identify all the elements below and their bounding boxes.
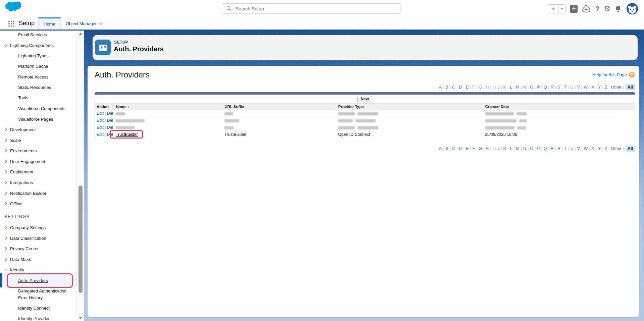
sidebar-item-integrations[interactable]: Integrations <box>0 177 76 188</box>
sidebar-item-privacy-center[interactable]: Privacy Center <box>0 243 76 254</box>
sidebar-item-company-settings[interactable]: Company Settings <box>0 222 76 233</box>
sidebar-item-environments[interactable]: Environments <box>0 145 76 156</box>
column-header-created-date[interactable]: Created Date <box>482 104 635 110</box>
sidebar-item-email-services[interactable]: Email Services <box>0 31 76 40</box>
alpha-filter-k[interactable]: K <box>503 85 506 90</box>
edit-link[interactable]: Edit <box>97 118 104 123</box>
alpha-filter-g[interactable]: G <box>478 146 482 151</box>
alpha-filter-o[interactable]: O <box>530 85 534 90</box>
sidebar-item-identity-connect[interactable]: Identity Connect <box>0 303 76 313</box>
alpha-filter-x[interactable]: X <box>591 146 594 151</box>
auth-provider-name-link[interactable]: TrustBuilder <box>116 132 138 137</box>
sidebar-item-lightning-components[interactable]: Lightning Components <box>0 40 76 51</box>
sidebar-scrollbar-thumb[interactable] <box>78 185 83 293</box>
sidebar-item-remote-access[interactable]: Remote Access <box>0 71 76 82</box>
scroll-down-arrow-icon[interactable] <box>78 317 83 319</box>
sidebar-item-identity-provider[interactable]: Identity Provider <box>0 313 76 321</box>
alpha-filter-d[interactable]: D <box>459 85 462 90</box>
edit-link[interactable]: Edit <box>97 132 104 137</box>
alpha-filter-b[interactable]: B <box>445 85 448 90</box>
help-question-icon[interactable]: ? <box>595 5 599 13</box>
setup-gear-icon[interactable]: ⚙ <box>604 4 610 13</box>
quick-add-plus-icon[interactable]: + <box>570 5 578 13</box>
alpha-filter-c[interactable]: C <box>452 85 455 90</box>
sidebar-item-user-engagement[interactable]: User Engagement <box>0 156 76 167</box>
alpha-filter-i[interactable]: I <box>492 85 494 90</box>
alpha-filter-h[interactable]: H <box>485 146 489 151</box>
alpha-filter-j[interactable]: J <box>497 85 500 90</box>
alpha-filter-all-active[interactable]: All <box>626 146 635 152</box>
alpha-filter-m[interactable]: M <box>516 85 520 90</box>
alpha-filter-z[interactable]: Z <box>604 85 608 90</box>
trailhead-icon[interactable] <box>582 5 591 13</box>
tab-home[interactable]: Home <box>38 17 61 30</box>
scroll-up-arrow-icon[interactable] <box>78 33 83 35</box>
alpha-filter-w[interactable]: W <box>583 85 588 90</box>
alpha-filter-v[interactable]: V <box>577 146 580 151</box>
favorites-star-icon[interactable]: ★ <box>548 5 558 13</box>
alpha-filter-s[interactable]: S <box>557 146 560 151</box>
alpha-filter-j[interactable]: J <box>497 146 500 151</box>
alpha-filter-u[interactable]: U <box>570 146 574 151</box>
favorites-caret-icon[interactable] <box>558 5 565 13</box>
sidebar-item-tools[interactable]: Tools <box>0 92 76 103</box>
del-link[interactable]: Del <box>107 132 113 137</box>
alpha-filter-o[interactable]: O <box>530 146 534 151</box>
sidebar-item-data-classification[interactable]: Data Classification <box>0 233 76 244</box>
alpha-filter-l[interactable]: L <box>509 85 513 90</box>
alpha-filter-y[interactable]: Y <box>598 85 601 90</box>
tab-object-manager[interactable]: Object Manager <box>61 17 108 30</box>
sidebar-item-notification-builder[interactable]: Notification Builder <box>0 188 76 199</box>
alpha-filter-z[interactable]: Z <box>604 146 608 151</box>
alpha-filter-y[interactable]: Y <box>598 146 601 151</box>
alpha-filter-t[interactable]: T <box>564 85 567 90</box>
sidebar-item-scale[interactable]: Scale <box>0 135 76 146</box>
alpha-filter-q[interactable]: Q <box>543 146 547 151</box>
sidebar-item-development[interactable]: Development <box>0 124 76 135</box>
alpha-filter-e[interactable]: E <box>465 146 469 151</box>
sidebar-item-static-resources[interactable]: Static Resources <box>0 82 76 93</box>
column-header-url-suffix[interactable]: URL Suffix <box>221 104 335 110</box>
alpha-filter-other[interactable]: Other <box>611 85 622 90</box>
alpha-filter-f[interactable]: F <box>472 85 475 90</box>
alpha-filter-p[interactable]: P <box>537 146 540 151</box>
help-orange-question-icon[interactable]: ? <box>629 72 635 77</box>
alpha-filter-a[interactable]: A <box>439 85 442 90</box>
alpha-filter-u[interactable]: U <box>570 85 574 90</box>
alpha-filter-c[interactable]: C <box>452 146 455 151</box>
search-input[interactable] <box>235 6 383 11</box>
help-for-this-page-link[interactable]: Help for this Page <box>592 72 627 77</box>
column-header-provider-type[interactable]: Provider Type <box>335 104 482 110</box>
alpha-filter-h[interactable]: H <box>485 85 489 90</box>
sidebar-item-enablement[interactable]: Enablement <box>0 166 76 177</box>
sidebar-scrollbar[interactable] <box>76 31 84 321</box>
sidebar-item-delegated-authentication-error-history[interactable]: Delegated Authentication Error History <box>0 286 76 303</box>
alpha-filter-k[interactable]: K <box>503 146 506 151</box>
alpha-filter-r[interactable]: R <box>550 146 554 151</box>
user-avatar[interactable] <box>626 2 639 15</box>
alpha-filter-m[interactable]: M <box>516 146 520 151</box>
alpha-filter-e[interactable]: E <box>465 85 469 90</box>
del-link[interactable]: Del <box>107 125 113 130</box>
sidebar-item-auth-providers[interactable]: Auth. Providers <box>0 275 76 286</box>
alpha-filter-r[interactable]: R <box>550 85 554 90</box>
alpha-filter-v[interactable]: V <box>577 85 580 90</box>
alpha-filter-q[interactable]: Q <box>543 85 547 90</box>
sidebar-item-offline[interactable]: Offline <box>0 198 76 209</box>
edit-link[interactable]: Edit <box>97 125 104 130</box>
alpha-filter-f[interactable]: F <box>472 146 475 151</box>
del-link[interactable]: Del <box>107 111 113 116</box>
alpha-filter-a[interactable]: A <box>439 146 442 151</box>
sidebar-item-platform-cache[interactable]: Platform Cache <box>0 61 76 71</box>
sidebar-item-lightning-types[interactable]: Lightning Types <box>0 50 76 61</box>
alpha-filter-t[interactable]: T <box>564 146 567 151</box>
alpha-filter-g[interactable]: G <box>478 85 482 90</box>
alpha-filter-d[interactable]: D <box>459 146 462 151</box>
alpha-filter-n[interactable]: N <box>523 85 527 90</box>
edit-link[interactable]: Edit <box>97 111 104 116</box>
alpha-filter-s[interactable]: S <box>557 85 560 90</box>
del-link[interactable]: Del <box>107 118 113 123</box>
sidebar-item-visualforce-pages[interactable]: Visualforce Pages <box>0 114 76 124</box>
alpha-filter-n[interactable]: N <box>523 146 527 151</box>
alpha-filter-l[interactable]: L <box>509 146 513 151</box>
